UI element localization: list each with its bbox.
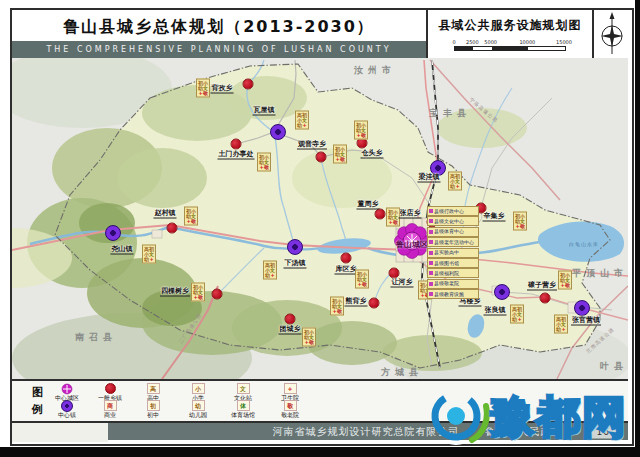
township-marker	[375, 209, 386, 220]
township-label: 张店乡	[399, 208, 422, 219]
facility-glyph: 敬	[337, 309, 342, 314]
neighbor-label: 南召县	[75, 331, 117, 344]
facility-box: 初小幼文+敬	[191, 283, 205, 302]
central-town-marker	[494, 284, 510, 300]
legend: 图 例 中心城区一般乡镇高高中小小学文文化站+卫生院中心镇商商业初初中幼幼儿园体…	[12, 379, 628, 421]
facility-box: 高初小文幼+	[448, 172, 462, 191]
legend-icon-box: 敬	[258, 400, 322, 411]
central-town-marker	[287, 239, 303, 255]
township-marker	[369, 298, 380, 309]
township-label: 仓头乡	[361, 148, 384, 159]
facility-glyph: 敬	[203, 91, 208, 96]
facility-box: 初小幼文+敬	[302, 328, 316, 347]
township-label: 辛集乡	[483, 211, 506, 222]
central-town-label: 张良镇	[484, 305, 507, 316]
facility-tag-text: 县级福利院	[434, 270, 459, 277]
purple-dot-icon	[61, 400, 73, 412]
city-facility-tag: 县级老年活动中心	[427, 237, 479, 247]
city-facility-tag: 县实验高中	[427, 248, 479, 258]
scale-tick: 0	[452, 39, 455, 45]
scale-tick: 10000	[519, 39, 535, 45]
city-flower-icon	[61, 383, 73, 395]
facility-box: 高初小文幼+	[295, 111, 309, 130]
township-marker	[316, 152, 327, 163]
footer-bar: 河南省城乡规划设计研究总院有限公司 鲁山县人民政府 16	[108, 421, 628, 440]
facility-box-icon: 文	[237, 383, 250, 394]
photo-edge-bottom	[0, 447, 640, 457]
facility-box-icon: +	[284, 383, 297, 394]
photo-edge-right	[635, 0, 640, 457]
facility-tag-text: 县级敬老院	[434, 280, 459, 287]
facility-box: 高初小文幼+	[263, 261, 277, 280]
facility-tag-bullet	[429, 240, 433, 244]
facility-glyph: 敬	[361, 133, 366, 138]
township-label: 赵村镇	[154, 208, 177, 219]
footer-company: 河南省城乡规划设计研究总院有限公司	[273, 425, 460, 439]
central-town-label: 瓦屋镇	[253, 105, 276, 116]
header-maptitle-block: 县域公共服务设施规划图 0250050001000015000	[428, 10, 594, 58]
facility-glyph: +	[270, 273, 275, 278]
facility-box: 初小幼文+敬	[354, 121, 368, 140]
neighbor-label: 汝州市	[354, 64, 396, 77]
city-facility-tag: 县级行政中心	[427, 206, 479, 216]
neighbor-label: 宝丰县	[429, 107, 471, 120]
map-sheet-title: 县域公共服务设施规划图	[428, 17, 592, 34]
facility-box: 高初小文幼+	[142, 245, 156, 264]
facility-glyph: 敬	[309, 340, 314, 345]
facility-box: 初小幼文+敬	[513, 212, 527, 231]
township-label: 熊背乡	[345, 296, 368, 307]
scale-bar: 0250050001000015000	[454, 39, 566, 53]
scale-bar-ticks: 0250050001000015000	[454, 39, 566, 45]
facility-glyph: +	[302, 123, 307, 128]
township-marker	[167, 223, 178, 234]
facility-tag-bullet	[429, 271, 433, 275]
central-town-label: 张官营镇	[571, 315, 601, 326]
city-facility-tag: 县级图书馆	[427, 258, 479, 268]
legend-item: 敬敬老院	[258, 400, 322, 420]
facility-box-icon: 小	[192, 383, 205, 394]
facility-tag-text: 县实验高中	[434, 249, 459, 256]
facility-glyph: 敬	[362, 282, 367, 287]
legend-icon-box: +	[258, 383, 322, 394]
scale-bar-segments	[454, 46, 566, 51]
township-marker	[341, 253, 352, 264]
facility-tag-text: 县级体育中心	[434, 228, 464, 235]
township-label: 土门办事处	[218, 149, 255, 160]
central-town-label: 下汤镇	[284, 258, 307, 269]
township-label: 团城乡	[279, 324, 302, 335]
facility-glyph: 敬	[340, 157, 345, 162]
township-label: 四棵树乡	[160, 286, 190, 297]
facility-box-icon: 敬	[284, 400, 297, 411]
city-label: 鲁山城区	[396, 239, 428, 250]
page-number: 16	[589, 425, 618, 439]
township-marker	[212, 289, 223, 300]
facility-box: 初小幼文+敬	[355, 270, 369, 289]
facility-glyph: 敬	[264, 165, 269, 170]
facility-tag-bullet	[429, 292, 433, 296]
scale-segment	[455, 47, 473, 50]
facility-tag-bullet	[429, 282, 433, 286]
facility-tag-bullet	[429, 261, 433, 265]
page-title: 鲁山县城乡总体规划（2013-2030）	[12, 10, 426, 41]
header-compass-block	[594, 10, 628, 58]
facility-box-icon: 高	[147, 383, 160, 394]
facility-tag-bullet	[429, 251, 433, 255]
scale-tick: 2500	[466, 39, 479, 45]
township-marker	[243, 79, 254, 90]
facility-box: 初小幼文+敬	[196, 79, 210, 98]
map-canvas: 汝州市宝丰县平顶山市叶县方城县南召县二广高速公路宁洛高速公路兰南高速公路白龟山水…	[12, 58, 628, 379]
facility-box: 初小幼文+敬	[558, 271, 572, 290]
township-marker	[540, 293, 551, 304]
central-town-marker	[105, 225, 121, 241]
footer-left-box	[12, 421, 108, 442]
facility-box: 高初小文幼+	[554, 315, 568, 334]
facility-tag-bullet	[429, 230, 433, 234]
facility-box-icon: 体	[237, 400, 250, 411]
facility-box: 初小幼文+敬	[330, 297, 344, 316]
facility-box-icon: 幼	[192, 400, 205, 411]
lake-label: 白龟山水库	[569, 241, 599, 247]
facility-glyph: +	[561, 327, 566, 332]
scale-tick: 15000	[556, 39, 572, 45]
facility-box-icon: 初	[147, 400, 160, 411]
facility-glyph: 敬	[565, 283, 570, 288]
